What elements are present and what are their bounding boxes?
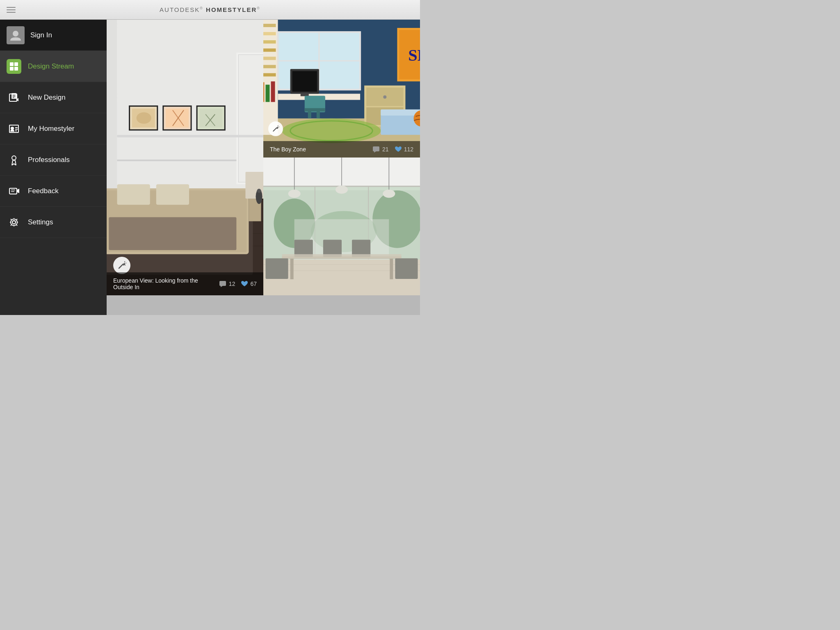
app-title-prefix: AUTODESK: [160, 6, 200, 13]
wand-icon: [117, 261, 126, 270]
svg-marker-72: [221, 286, 223, 287]
my-homestyler-icon: [7, 121, 21, 136]
svg-rect-142: [390, 259, 393, 279]
comment-icon-2: [373, 146, 380, 153]
svg-marker-67: [123, 262, 125, 266]
design-stream-label: Design Stream: [28, 62, 74, 71]
svg-rect-87: [265, 84, 269, 102]
svg-rect-6: [11, 93, 16, 99]
svg-point-24: [12, 221, 16, 224]
bottom-strip: [107, 295, 420, 315]
boyzone-scene-svg: SF: [263, 20, 420, 158]
card2-likes: 112: [395, 146, 413, 153]
svg-marker-119: [374, 151, 376, 153]
card1-comments: 12: [219, 281, 235, 287]
svg-rect-58: [156, 184, 189, 205]
svg-point-104: [383, 96, 386, 99]
livingroom-scene-svg: [263, 158, 420, 295]
svg-marker-115: [276, 126, 278, 129]
sidebar-item-my-homestyler[interactable]: My Homestyler: [0, 113, 107, 144]
svg-line-70: [125, 265, 126, 265]
new-design-label: New Design: [28, 94, 66, 102]
card1-wand-button[interactable]: [113, 257, 130, 274]
card2-wand-button[interactable]: [268, 121, 283, 136]
card1-comment-count: 12: [229, 281, 235, 287]
card1-like-count: 67: [250, 281, 257, 287]
svg-line-117: [278, 127, 279, 127]
card1-likes: 67: [241, 281, 257, 287]
sidebar-item-design-stream[interactable]: Design Stream: [0, 51, 107, 82]
card2-comment-count: 21: [382, 146, 389, 153]
sidebar-item-feedback[interactable]: Feedback: [0, 176, 107, 207]
svg-point-41: [137, 112, 151, 124]
card-small-livingroom[interactable]: [263, 158, 420, 295]
sidebar-sign-in[interactable]: Sign In: [0, 20, 107, 51]
card2-title: The Boy Zone: [270, 146, 306, 153]
card2-comments: 21: [373, 146, 389, 153]
svg-point-135: [288, 189, 301, 198]
svg-rect-83: [263, 73, 276, 76]
sidebar-item-professionals[interactable]: Professionals: [0, 144, 107, 176]
main-container: Sign In Design Stream: [0, 20, 420, 315]
svg-point-23: [11, 219, 17, 226]
svg-rect-18: [9, 188, 17, 194]
settings-label: Settings: [28, 218, 53, 226]
avatar-icon: [9, 29, 22, 41]
svg-rect-100: [317, 111, 320, 119]
app-title-main: HOMESTYLER: [206, 6, 257, 13]
card1-overlay: European View: Looking from the Outside …: [107, 272, 263, 295]
svg-rect-45: [199, 109, 222, 128]
card1-title: European View: Looking from the Outside …: [113, 277, 219, 290]
svg-rect-57: [117, 184, 150, 205]
svg-line-69: [126, 263, 126, 263]
svg-rect-110: [381, 110, 420, 116]
svg-point-65: [257, 189, 261, 193]
hamburger-menu[interactable]: [7, 7, 16, 13]
svg-rect-4: [14, 67, 18, 71]
heart-icon: [241, 281, 248, 287]
svg-rect-148: [282, 254, 402, 258]
content-area: European View: Looking from the Outside …: [107, 20, 420, 315]
svg-text:SF: SF: [408, 46, 420, 64]
sign-in-label: Sign In: [30, 31, 52, 39]
card2-like-count: 112: [404, 146, 413, 153]
svg-point-12: [11, 127, 14, 130]
wand-icon-2: [272, 125, 279, 132]
svg-rect-98: [305, 108, 325, 112]
svg-rect-71: [219, 281, 226, 286]
sidebar-item-settings[interactable]: Settings: [0, 207, 107, 238]
app-title: AUTODESK® HOMESTYLER®: [160, 6, 260, 13]
card-large-bedroom[interactable]: European View: Looking from the Outside …: [107, 20, 263, 295]
new-design-icon: [7, 90, 21, 105]
svg-rect-96: [301, 93, 309, 96]
avatar: [7, 26, 25, 44]
svg-rect-81: [263, 57, 276, 60]
svg-rect-86: [263, 82, 264, 102]
svg-rect-99: [308, 111, 311, 119]
svg-line-68: [124, 261, 125, 262]
svg-line-116: [278, 126, 278, 126]
sidebar: Sign In Design Stream: [0, 20, 107, 315]
svg-rect-80: [263, 48, 276, 52]
professionals-label: Professionals: [28, 156, 70, 164]
topbar: AUTODESK® HOMESTYLER®: [0, 0, 420, 20]
svg-rect-76: [263, 20, 278, 135]
svg-rect-34: [238, 55, 263, 182]
settings-icon: [7, 215, 21, 230]
hamburger-line-2: [7, 9, 16, 10]
card1-stats: 12 67: [219, 281, 257, 287]
svg-rect-141: [290, 259, 294, 279]
feedback-icon: [7, 184, 21, 199]
card-small-boyzone[interactable]: SF: [263, 20, 420, 158]
sidebar-item-new-design[interactable]: New Design: [0, 82, 107, 113]
feedback-label: Feedback: [28, 187, 59, 195]
svg-rect-1: [10, 62, 14, 66]
svg-rect-82: [263, 65, 276, 68]
svg-rect-35: [117, 135, 263, 137]
card2-overlay: The Boy Zone 21: [263, 141, 420, 158]
svg-line-114: [273, 128, 276, 131]
svg-point-139: [383, 189, 395, 198]
my-homestyler-label: My Homestyler: [28, 125, 74, 133]
professionals-icon: [7, 153, 21, 167]
svg-point-0: [13, 31, 18, 37]
